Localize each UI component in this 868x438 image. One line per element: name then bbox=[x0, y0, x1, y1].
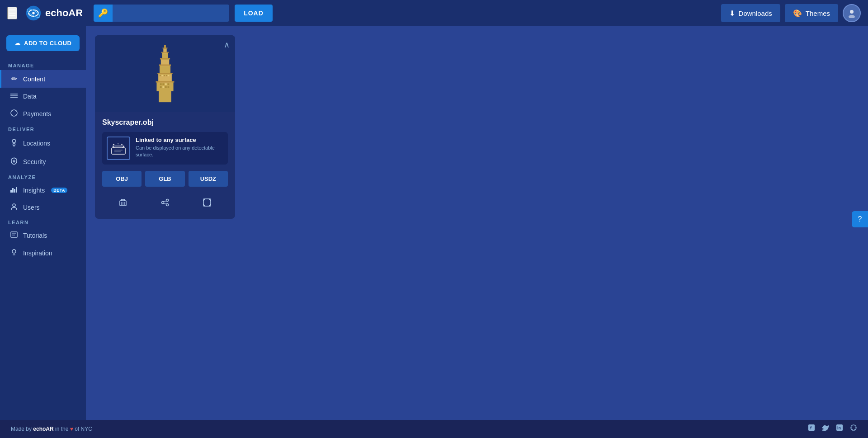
themes-button[interactable]: 🎨 Themes bbox=[785, 4, 838, 22]
footer: Made by echoAR in the ♥ of NYC f in bbox=[0, 420, 868, 438]
surface-title: Linked to any surface bbox=[136, 137, 223, 143]
security-label: Security bbox=[23, 158, 46, 165]
sidebar-item-data[interactable]: Data bbox=[0, 88, 86, 105]
svg-rect-44 bbox=[168, 75, 170, 76]
logo-icon bbox=[25, 5, 42, 21]
svg-line-71 bbox=[164, 203, 166, 204]
insights-icon bbox=[9, 186, 19, 194]
footer-of-nyc: of NYC bbox=[73, 426, 92, 432]
svg-line-70 bbox=[164, 201, 166, 202]
main-content: ∧ bbox=[86, 26, 868, 420]
load-button[interactable]: LOAD bbox=[235, 5, 273, 22]
card-body: Skyscraper.obj ✦ ✦ bbox=[95, 112, 235, 219]
content-card: ∧ bbox=[95, 35, 235, 219]
linkedin-icon[interactable]: in bbox=[836, 424, 843, 433]
svg-rect-36 bbox=[160, 86, 162, 88]
svg-point-11 bbox=[13, 160, 15, 162]
skyscraper-image bbox=[147, 44, 183, 103]
card-surface-info: ✦ ✦ ✦ Linked to any surface Can be displ… bbox=[102, 132, 228, 165]
svg-rect-24 bbox=[159, 90, 171, 102]
inspiration-icon bbox=[9, 249, 19, 258]
sidebar-item-locations[interactable]: Locations bbox=[0, 134, 86, 153]
share-button[interactable] bbox=[155, 197, 175, 211]
footer-echo: echoAR bbox=[33, 426, 53, 432]
add-to-cloud-button[interactable]: ☁ ADD TO CLOUD bbox=[6, 35, 80, 51]
svg-rect-73 bbox=[808, 424, 815, 431]
payments-label: Payments bbox=[23, 110, 51, 118]
downloads-button[interactable]: ⬇ Downloads bbox=[721, 4, 780, 22]
download-icon: ⬇ bbox=[729, 9, 735, 18]
svg-rect-49 bbox=[161, 52, 169, 53]
insights-label: Insights bbox=[23, 187, 45, 194]
themes-label: Themes bbox=[806, 9, 830, 17]
downloads-label: Downloads bbox=[739, 9, 772, 17]
svg-rect-40 bbox=[160, 75, 161, 76]
expand-icon bbox=[203, 198, 211, 207]
svg-rect-14 bbox=[12, 188, 14, 193]
share-icon bbox=[161, 198, 169, 207]
user-avatar-icon bbox=[847, 8, 857, 18]
footer-text: Made by echoAR in the ♥ of NYC bbox=[11, 426, 92, 432]
avatar-button[interactable] bbox=[843, 4, 861, 22]
sidebar-item-users[interactable]: Users bbox=[0, 199, 86, 216]
svg-rect-45 bbox=[156, 81, 175, 83]
deliver-section-label: DELIVER bbox=[0, 123, 86, 134]
inspiration-label: Inspiration bbox=[23, 250, 52, 257]
svg-point-4 bbox=[850, 10, 854, 14]
svg-point-17 bbox=[13, 204, 15, 207]
add-to-cloud-label: ADD TO CLOUD bbox=[24, 40, 71, 47]
card-action-buttons bbox=[102, 193, 228, 212]
svg-rect-33 bbox=[162, 83, 164, 85]
format-obj-button[interactable]: OBJ bbox=[102, 171, 142, 187]
search-input[interactable] bbox=[113, 5, 229, 22]
card-collapse-button[interactable]: ∧ bbox=[224, 40, 230, 50]
content-label: Content bbox=[23, 75, 45, 83]
svg-rect-46 bbox=[157, 73, 172, 74]
svg-rect-39 bbox=[168, 86, 170, 88]
footer-social-icons: f in bbox=[808, 424, 857, 433]
expand-button[interactable] bbox=[197, 197, 217, 211]
security-icon bbox=[9, 157, 19, 166]
tutorials-icon bbox=[9, 231, 19, 240]
svg-rect-42 bbox=[164, 75, 165, 76]
svg-rect-34 bbox=[165, 83, 167, 85]
logo: echoAR bbox=[25, 5, 83, 21]
sidebar-item-payments[interactable]: Payments bbox=[0, 105, 86, 123]
svg-point-9 bbox=[11, 110, 17, 116]
manage-section-label: MANAGE bbox=[0, 59, 86, 70]
help-button[interactable]: ? bbox=[852, 211, 868, 227]
svg-rect-50 bbox=[162, 47, 167, 48]
sidebar-item-content[interactable]: ✏ Content bbox=[0, 70, 86, 88]
svg-rect-32 bbox=[160, 83, 162, 85]
format-glb-button[interactable]: GLB bbox=[145, 171, 184, 187]
themes-icon: 🎨 bbox=[793, 9, 802, 18]
delete-icon bbox=[119, 198, 127, 207]
layout: ☁ ADD TO CLOUD MANAGE ✏ Content Data Pay… bbox=[0, 26, 868, 420]
card-title: Skyscraper.obj bbox=[102, 118, 228, 127]
sidebar: ☁ ADD TO CLOUD MANAGE ✏ Content Data Pay… bbox=[0, 26, 86, 420]
sidebar-item-insights[interactable]: Insights beta bbox=[0, 182, 86, 199]
search-bar: 🔑 bbox=[94, 5, 229, 22]
svg-point-67 bbox=[166, 199, 168, 202]
svg-rect-31 bbox=[164, 45, 166, 49]
sidebar-item-inspiration[interactable]: Inspiration bbox=[0, 244, 86, 262]
format-usdz-button[interactable]: USDZ bbox=[189, 171, 228, 187]
locations-icon bbox=[9, 138, 19, 148]
surface-icon-box: ✦ ✦ ✦ bbox=[107, 137, 130, 160]
hamburger-menu[interactable]: ☰ bbox=[7, 7, 17, 19]
cloud-upload-icon: ☁ bbox=[14, 40, 21, 47]
card-image-area: ∧ bbox=[95, 35, 235, 112]
card-format-buttons: OBJ GLB USDZ bbox=[102, 171, 228, 187]
tutorials-label: Tutorials bbox=[23, 232, 47, 239]
svg-text:✦: ✦ bbox=[113, 143, 115, 146]
github-icon[interactable] bbox=[850, 424, 857, 433]
sidebar-item-security[interactable]: Security bbox=[0, 153, 86, 171]
footer-made-by: Made by bbox=[11, 426, 33, 432]
surface-detection-icon: ✦ ✦ ✦ bbox=[111, 141, 126, 155]
learn-section-label: LEARN bbox=[0, 216, 86, 227]
delete-button[interactable] bbox=[113, 197, 133, 211]
surface-subtitle: Can be displayed on any detectable surfa… bbox=[136, 145, 223, 159]
facebook-icon[interactable]: f bbox=[808, 424, 815, 433]
twitter-icon[interactable] bbox=[822, 424, 829, 433]
sidebar-item-tutorials[interactable]: Tutorials bbox=[0, 227, 86, 244]
